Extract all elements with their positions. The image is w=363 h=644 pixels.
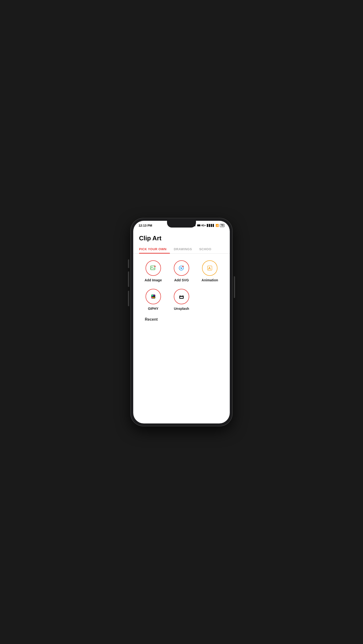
svg-rect-12 (152, 295, 153, 296)
icon-grid-row1: Add Image (139, 260, 224, 282)
giphy-circle (146, 289, 161, 304)
tab-pick-your-own[interactable]: PICK YOUR OWN (139, 245, 170, 253)
unsplash-button[interactable]: Unsplash (167, 289, 196, 310)
add-image-button[interactable]: Add Image (139, 260, 167, 282)
svg-point-6 (180, 267, 181, 268)
svg-rect-18 (180, 294, 182, 296)
add-svg-button[interactable]: Add SVG (167, 260, 196, 282)
phone-frame: 12:13 PM 🔔 ⬆ ⌨ 4G+ ▋▋▋▋ 📶 70 (131, 218, 232, 426)
add-svg-icon (178, 265, 185, 272)
signal-icon: 4G+ (201, 224, 206, 227)
page-title: Clip Art (133, 231, 230, 245)
empty-cell (196, 289, 224, 310)
svg-rect-19 (180, 297, 183, 298)
add-image-circle (146, 260, 161, 276)
status-time: 12:13 PM (138, 224, 152, 227)
phone-screen: 12:13 PM 🔔 ⬆ ⌨ 4G+ ▋▋▋▋ 📶 70 (133, 221, 230, 424)
animation-icon (206, 265, 213, 272)
add-image-label: Add Image (144, 278, 162, 282)
signal-bars-icon: ▋▋▋▋ (207, 224, 214, 227)
recent-title: Recent (145, 317, 158, 322)
app-content: Clip Art PICK YOUR OWN DRAWINGS SCHOO (133, 229, 230, 424)
power-button[interactable] (234, 276, 235, 298)
tab-school[interactable]: SCHOO (199, 245, 211, 253)
tabs-bar: PICK YOUR OWN DRAWINGS SCHOO (133, 245, 230, 254)
keyboard-icon: ⌨ (197, 224, 200, 227)
svg-point-7 (182, 267, 182, 268)
unsplash-label: Unsplash (174, 307, 189, 310)
wifi-icon: 📶 (216, 224, 219, 227)
battery-icon: 70 (220, 224, 224, 227)
status-bar: 12:13 PM 🔔 ⬆ ⌨ 4G+ ▋▋▋▋ 📶 70 (133, 221, 230, 229)
add-svg-circle (174, 260, 189, 276)
giphy-label: GIPHY (148, 307, 158, 310)
svg-rect-13 (154, 295, 154, 296)
giphy-button[interactable]: GIPHY (139, 289, 167, 310)
unsplash-circle (174, 289, 189, 304)
svg-rect-15 (154, 297, 154, 298)
battery-level: 70 (221, 224, 224, 227)
unsplash-icon (178, 293, 185, 300)
animation-circle (202, 260, 218, 276)
add-image-icon (150, 265, 157, 272)
icon-grid-row2: GIPHY (139, 289, 224, 310)
svg-point-5 (181, 268, 182, 268)
tab-drawings[interactable]: DRAWINGS (174, 245, 196, 253)
add-svg-label: Add SVG (174, 278, 189, 282)
svg-rect-14 (152, 297, 153, 298)
volume-down-button[interactable] (128, 291, 129, 306)
animation-label: Animation (202, 278, 218, 282)
status-icons: 🔔 ⬆ ⌨ 4G+ ▋▋▋▋ 📶 70 (190, 224, 224, 227)
upload-icon: ⬆ (194, 224, 196, 227)
recent-section: Recent (139, 317, 224, 322)
volume-silent-button[interactable] (128, 260, 129, 268)
volume-up-button[interactable] (128, 272, 129, 287)
notification-icon: 🔔 (190, 224, 193, 227)
grid-section: Add Image (133, 254, 230, 322)
giphy-icon (150, 293, 157, 300)
animation-button[interactable]: Animation (196, 260, 224, 282)
